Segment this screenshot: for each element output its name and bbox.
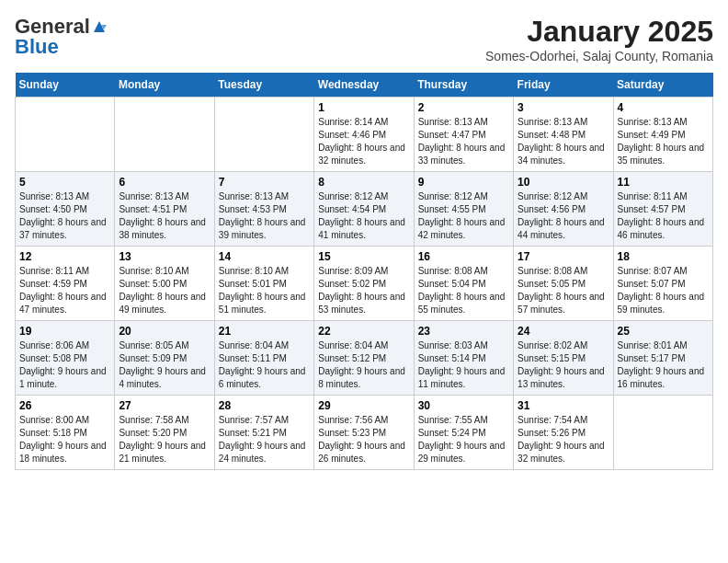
day-info: Sunrise: 8:10 AM Sunset: 5:01 PM Dayligh… <box>219 265 310 316</box>
day-number: 15 <box>318 250 409 263</box>
header-saturday: Saturday <box>613 73 712 98</box>
header-thursday: Thursday <box>414 73 513 98</box>
day-number: 30 <box>418 399 509 412</box>
week-row-4: 19Sunrise: 8:06 AM Sunset: 5:08 PM Dayli… <box>16 321 713 396</box>
day-info: Sunrise: 8:05 AM Sunset: 5:09 PM Dayligh… <box>119 339 210 391</box>
day-info: Sunrise: 7:55 AM Sunset: 5:24 PM Dayligh… <box>418 414 509 465</box>
calendar-cell: 5Sunrise: 8:13 AM Sunset: 4:50 PM Daylig… <box>16 172 115 247</box>
day-number: 26 <box>19 399 110 412</box>
day-info: Sunrise: 8:04 AM Sunset: 5:12 PM Dayligh… <box>318 339 409 391</box>
day-number: 2 <box>418 101 509 114</box>
day-number: 29 <box>318 399 409 412</box>
calendar-cell: 31Sunrise: 7:54 AM Sunset: 5:26 PM Dayli… <box>514 396 613 470</box>
day-info: Sunrise: 8:14 AM Sunset: 4:46 PM Dayligh… <box>318 116 409 167</box>
day-info: Sunrise: 8:13 AM Sunset: 4:49 PM Dayligh… <box>618 116 709 167</box>
calendar-subtitle: Somes-Odorhei, Salaj County, Romania <box>485 49 713 63</box>
calendar-cell: 6Sunrise: 8:13 AM Sunset: 4:51 PM Daylig… <box>115 172 214 247</box>
day-number: 11 <box>618 176 709 189</box>
calendar-cell: 30Sunrise: 7:55 AM Sunset: 5:24 PM Dayli… <box>414 396 513 470</box>
calendar-cell: 4Sunrise: 8:13 AM Sunset: 4:49 PM Daylig… <box>613 98 712 172</box>
calendar-cell: 22Sunrise: 8:04 AM Sunset: 5:12 PM Dayli… <box>314 321 414 396</box>
calendar-cell: 2Sunrise: 8:13 AM Sunset: 4:47 PM Daylig… <box>414 98 513 172</box>
calendar-cell: 25Sunrise: 8:01 AM Sunset: 5:17 PM Dayli… <box>613 321 712 396</box>
calendar-cell: 7Sunrise: 8:13 AM Sunset: 4:53 PM Daylig… <box>214 172 313 247</box>
logo: General Blue <box>15 15 107 59</box>
header-tuesday: Tuesday <box>214 73 313 98</box>
day-number: 31 <box>518 399 609 412</box>
day-number: 17 <box>518 250 609 263</box>
calendar-cell: 13Sunrise: 8:10 AM Sunset: 5:00 PM Dayli… <box>115 247 214 321</box>
day-info: Sunrise: 8:00 AM Sunset: 5:18 PM Dayligh… <box>19 414 110 465</box>
calendar-cell: 11Sunrise: 8:11 AM Sunset: 4:57 PM Dayli… <box>613 172 712 247</box>
day-info: Sunrise: 8:11 AM Sunset: 4:59 PM Dayligh… <box>19 265 110 316</box>
calendar-cell: 9Sunrise: 8:12 AM Sunset: 4:55 PM Daylig… <box>414 172 513 247</box>
week-row-3: 12Sunrise: 8:11 AM Sunset: 4:59 PM Dayli… <box>16 247 713 321</box>
calendar-cell: 17Sunrise: 8:08 AM Sunset: 5:05 PM Dayli… <box>514 247 613 321</box>
calendar-cell: 3Sunrise: 8:13 AM Sunset: 4:48 PM Daylig… <box>514 98 613 172</box>
day-number: 5 <box>19 176 110 189</box>
day-number: 1 <box>318 101 409 114</box>
calendar-cell <box>613 396 712 470</box>
day-info: Sunrise: 8:04 AM Sunset: 5:11 PM Dayligh… <box>219 339 310 391</box>
calendar-cell: 18Sunrise: 8:07 AM Sunset: 5:07 PM Dayli… <box>613 247 712 321</box>
day-info: Sunrise: 8:08 AM Sunset: 5:04 PM Dayligh… <box>418 265 509 316</box>
day-info: Sunrise: 8:13 AM Sunset: 4:47 PM Dayligh… <box>418 116 509 167</box>
day-number: 8 <box>318 176 409 189</box>
day-number: 4 <box>618 101 709 114</box>
calendar-cell: 14Sunrise: 8:10 AM Sunset: 5:01 PM Dayli… <box>214 247 313 321</box>
calendar-cell: 15Sunrise: 8:09 AM Sunset: 5:02 PM Dayli… <box>314 247 414 321</box>
day-number: 10 <box>518 176 609 189</box>
day-info: Sunrise: 8:03 AM Sunset: 5:14 PM Dayligh… <box>418 339 509 391</box>
calendar-cell: 29Sunrise: 7:56 AM Sunset: 5:23 PM Dayli… <box>314 396 414 470</box>
calendar-cell: 23Sunrise: 8:03 AM Sunset: 5:14 PM Dayli… <box>414 321 513 396</box>
calendar-cell <box>16 98 115 172</box>
day-number: 19 <box>19 325 110 338</box>
header-friday: Friday <box>514 73 613 98</box>
day-info: Sunrise: 8:12 AM Sunset: 4:56 PM Dayligh… <box>518 190 609 242</box>
day-number: 6 <box>119 176 210 189</box>
day-number: 3 <box>518 101 609 114</box>
day-number: 27 <box>119 399 210 412</box>
day-info: Sunrise: 7:58 AM Sunset: 5:20 PM Dayligh… <box>119 414 210 465</box>
calendar-cell: 28Sunrise: 7:57 AM Sunset: 5:21 PM Dayli… <box>214 396 313 470</box>
header-sunday: Sunday <box>16 73 115 98</box>
day-number: 16 <box>418 250 509 263</box>
day-number: 12 <box>19 250 110 263</box>
calendar-cell: 24Sunrise: 8:02 AM Sunset: 5:15 PM Dayli… <box>514 321 613 396</box>
week-row-2: 5Sunrise: 8:13 AM Sunset: 4:50 PM Daylig… <box>16 172 713 247</box>
day-info: Sunrise: 8:13 AM Sunset: 4:53 PM Dayligh… <box>219 190 310 242</box>
day-info: Sunrise: 7:56 AM Sunset: 5:23 PM Dayligh… <box>318 414 409 465</box>
logo-blue: Blue <box>15 35 59 59</box>
calendar-table: SundayMondayTuesdayWednesdayThursdayFrid… <box>15 73 713 470</box>
day-number: 21 <box>219 325 310 338</box>
calendar-cell: 10Sunrise: 8:12 AM Sunset: 4:56 PM Dayli… <box>514 172 613 247</box>
day-info: Sunrise: 8:08 AM Sunset: 5:05 PM Dayligh… <box>518 265 609 316</box>
day-number: 20 <box>119 325 210 338</box>
calendar-cell: 27Sunrise: 7:58 AM Sunset: 5:20 PM Dayli… <box>115 396 214 470</box>
logo-icon <box>92 19 107 34</box>
day-number: 23 <box>418 325 509 338</box>
day-number: 13 <box>119 250 210 263</box>
title-block: January 2025 Somes-Odorhei, Salaj County… <box>485 15 713 63</box>
day-info: Sunrise: 8:07 AM Sunset: 5:07 PM Dayligh… <box>618 265 709 316</box>
day-info: Sunrise: 8:09 AM Sunset: 5:02 PM Dayligh… <box>318 265 409 316</box>
day-info: Sunrise: 8:10 AM Sunset: 5:00 PM Dayligh… <box>119 265 210 316</box>
day-info: Sunrise: 8:12 AM Sunset: 4:55 PM Dayligh… <box>418 190 509 242</box>
week-row-5: 26Sunrise: 8:00 AM Sunset: 5:18 PM Dayli… <box>16 396 713 470</box>
header-wednesday: Wednesday <box>314 73 414 98</box>
calendar-cell: 21Sunrise: 8:04 AM Sunset: 5:11 PM Dayli… <box>214 321 313 396</box>
day-info: Sunrise: 8:11 AM Sunset: 4:57 PM Dayligh… <box>618 190 709 242</box>
week-row-1: 1Sunrise: 8:14 AM Sunset: 4:46 PM Daylig… <box>16 98 713 172</box>
day-info: Sunrise: 8:06 AM Sunset: 5:08 PM Dayligh… <box>19 339 110 391</box>
page-header: General Blue January 2025 Somes-Odorhei,… <box>15 15 713 63</box>
calendar-cell: 16Sunrise: 8:08 AM Sunset: 5:04 PM Dayli… <box>414 247 513 321</box>
day-info: Sunrise: 7:54 AM Sunset: 5:26 PM Dayligh… <box>518 414 609 465</box>
day-info: Sunrise: 8:13 AM Sunset: 4:51 PM Dayligh… <box>119 190 210 242</box>
calendar-cell <box>115 98 214 172</box>
calendar-cell: 26Sunrise: 8:00 AM Sunset: 5:18 PM Dayli… <box>16 396 115 470</box>
day-info: Sunrise: 8:02 AM Sunset: 5:15 PM Dayligh… <box>518 339 609 391</box>
header-monday: Monday <box>115 73 214 98</box>
day-number: 25 <box>618 325 709 338</box>
day-info: Sunrise: 8:13 AM Sunset: 4:48 PM Dayligh… <box>518 116 609 167</box>
day-number: 18 <box>618 250 709 263</box>
